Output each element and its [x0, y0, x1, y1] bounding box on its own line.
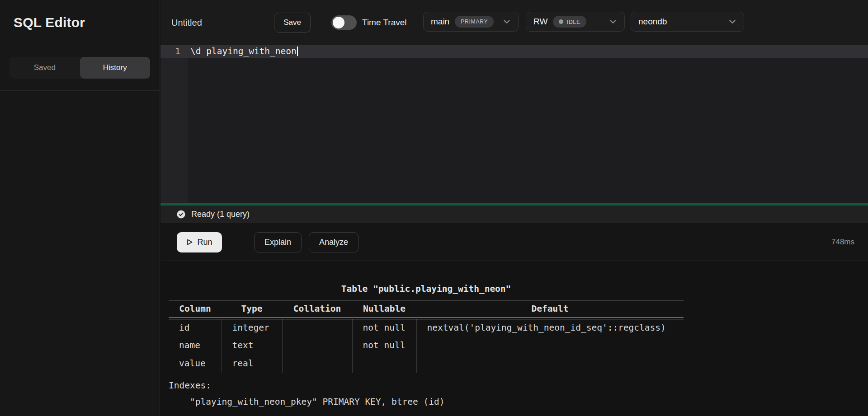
saved-history-segmented-control: Saved History: [9, 57, 150, 79]
cell: [282, 337, 352, 355]
result-table: Column Type Collation Nullable Default i…: [169, 300, 684, 373]
cell: value: [169, 355, 222, 373]
sidebar-header: SQL Editor: [0, 0, 160, 45]
compute-selector[interactable]: RW IDLE: [526, 12, 625, 32]
cell: integer: [222, 318, 282, 337]
column-header: Nullable: [352, 300, 416, 318]
table-row: name text not null: [169, 337, 684, 355]
indexes-label: Indexes:: [169, 378, 684, 394]
cell: [416, 337, 684, 355]
chevron-down-icon: [609, 18, 617, 26]
column-header: Collation: [282, 300, 352, 318]
result-header-row: Column Type Collation Nullable Default: [169, 300, 684, 318]
save-button[interactable]: Save: [274, 13, 311, 33]
cell: real: [222, 355, 282, 373]
result-table-title: Table "public.playing_with_neon": [169, 284, 684, 294]
cell: [282, 355, 352, 373]
compute-name: RW: [533, 17, 547, 27]
query-title: Untitled: [171, 0, 202, 45]
sql-code-editor[interactable]: 1 \d playing_with_neon: [160, 45, 868, 203]
app-title: SQL Editor: [14, 15, 85, 30]
line-number: 1: [160, 45, 188, 58]
tab-history[interactable]: History: [80, 57, 151, 79]
text-cursor: [297, 47, 298, 56]
time-travel-label: Time Travel: [362, 0, 407, 45]
toggle-knob: [333, 17, 344, 28]
index-definition: "playing_with_neon_pkey" PRIMARY KEY, bt…: [169, 394, 684, 410]
cell: text: [222, 337, 282, 355]
cell: [416, 355, 684, 373]
table-row: value real: [169, 355, 684, 373]
status-text: Ready (1 query): [191, 210, 250, 219]
idle-dot-icon: [559, 19, 563, 24]
query-status-bar: Ready (1 query): [160, 203, 868, 223]
column-header: Column: [169, 300, 222, 318]
cell: [282, 318, 352, 337]
sidebar-tabs-section: Saved History: [0, 45, 160, 91]
explain-button[interactable]: Explain: [254, 232, 302, 252]
chevron-down-icon: [728, 18, 736, 26]
branch-primary-badge: PRIMARY: [455, 16, 494, 28]
cell: not null: [352, 318, 416, 337]
topbar-divider: [322, 0, 322, 45]
code-text[interactable]: \d playing_with_neon: [190, 45, 298, 58]
query-results-panel: Table "public.playing_with_neon" Column …: [160, 262, 868, 416]
play-icon: [186, 238, 193, 246]
analyze-button[interactable]: Analyze: [309, 232, 359, 252]
chevron-down-icon: [503, 18, 511, 26]
column-header: Default: [416, 300, 684, 318]
column-header: Type: [222, 300, 282, 318]
cell: id: [169, 318, 222, 337]
table-row: id integer not null nextval('playing_wit…: [169, 318, 684, 337]
line-number-gutter: [160, 45, 188, 203]
query-toolbar: Run Explain Analyze 748ms: [160, 224, 868, 261]
current-code-line[interactable]: 1 \d playing_with_neon: [160, 45, 868, 58]
tab-saved[interactable]: Saved: [9, 57, 80, 79]
query-duration: 748ms: [831, 238, 854, 247]
sidebar: SQL Editor Saved History: [0, 0, 160, 416]
branch-name: main: [431, 17, 449, 27]
check-circle-icon: [177, 210, 185, 219]
compute-status-badge: IDLE: [553, 16, 586, 28]
result-footer: Indexes: "playing_with_neon_pkey" PRIMAR…: [169, 378, 684, 410]
cell: nextval('playing_with_neon_id_seq'::regc…: [416, 318, 684, 337]
cell: name: [169, 337, 222, 355]
editor-topbar: Untitled Save Time Travel main PRIMARY R…: [160, 0, 868, 45]
database-selector[interactable]: neondb: [631, 12, 744, 32]
branch-selector[interactable]: main PRIMARY: [423, 12, 519, 32]
cell: [352, 355, 416, 373]
toolbar-separator: [238, 235, 238, 249]
cell: not null: [352, 337, 416, 355]
time-travel-toggle[interactable]: [331, 15, 357, 30]
main-area: Untitled Save Time Travel main PRIMARY R…: [160, 0, 868, 416]
database-name: neondb: [638, 17, 667, 27]
run-button[interactable]: Run: [177, 232, 222, 252]
